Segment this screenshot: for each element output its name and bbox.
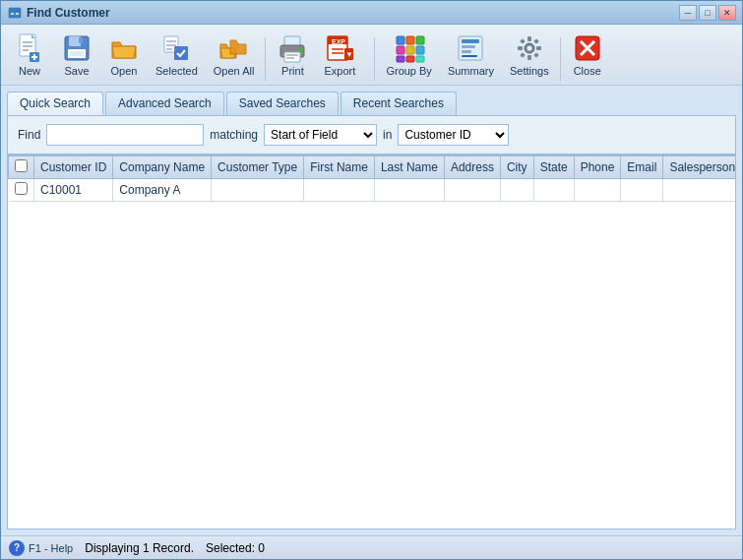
settings-button[interactable]: Settings — [503, 29, 556, 81]
row-phone — [574, 179, 621, 202]
window-icon — [7, 5, 23, 21]
column-header-checkbox[interactable] — [9, 156, 34, 179]
svg-rect-41 — [406, 56, 414, 62]
row-checkbox-0[interactable] — [15, 182, 28, 195]
column-header-email[interactable]: Email — [621, 156, 663, 179]
title-bar: Find Customer ─ □ ✕ — [1, 1, 742, 25]
results-table: Customer ID Company Name Customer Type F… — [8, 156, 736, 202]
open-all-label: Open All — [214, 65, 255, 77]
group-by-label: Group By — [386, 65, 431, 77]
svg-point-24 — [298, 48, 302, 52]
tab-saved-searches[interactable]: Saved Searches — [226, 92, 339, 115]
column-header-address[interactable]: Address — [444, 156, 500, 179]
close-window-button[interactable]: ✕ — [718, 5, 736, 21]
close-icon — [572, 32, 603, 64]
table-row[interactable]: C10001 Company A — [9, 179, 737, 202]
search-input[interactable] — [46, 124, 204, 146]
main-window: Find Customer ─ □ ✕ New — [0, 0, 743, 560]
summary-icon — [455, 32, 486, 64]
save-icon — [61, 32, 93, 64]
row-salesperson — [663, 179, 736, 202]
column-header-company-name[interactable]: Company Name — [113, 156, 212, 179]
close-label: Close — [574, 65, 601, 77]
selected-icon — [160, 32, 192, 64]
summary-button[interactable]: Summary — [441, 29, 501, 81]
maximize-button[interactable]: □ — [699, 5, 716, 21]
title-bar-buttons: ─ □ ✕ — [679, 5, 736, 21]
close-button[interactable]: Close — [565, 29, 610, 81]
in-select[interactable]: Customer ID Company Name First Name Last… — [398, 124, 509, 146]
save-button[interactable]: Save — [54, 29, 99, 81]
svg-rect-23 — [284, 52, 300, 62]
svg-rect-15 — [70, 51, 84, 56]
new-button[interactable]: New — [7, 29, 52, 81]
row-state — [533, 179, 574, 202]
tab-quick-search[interactable]: Quick Search — [7, 92, 103, 115]
matching-label: matching — [210, 128, 258, 142]
selected-label: Selected — [155, 65, 198, 77]
column-header-customer-id[interactable]: Customer ID — [34, 156, 113, 179]
svg-rect-55 — [533, 38, 539, 44]
column-header-first-name[interactable]: First Name — [304, 156, 375, 179]
summary-label: Summary — [448, 65, 494, 77]
column-header-salesperson[interactable]: Salesperson — [663, 156, 736, 179]
column-header-customer-type[interactable]: Customer Type — [212, 156, 304, 179]
group-by-icon — [394, 32, 425, 64]
tab-recent-searches[interactable]: Recent Searches — [341, 92, 457, 115]
print-button[interactable]: Print — [270, 29, 315, 81]
svg-rect-0 — [9, 8, 21, 18]
svg-text:EXP: EXP — [332, 38, 345, 45]
search-row: Find matching Start of Field Any Part of… — [18, 124, 725, 146]
print-icon — [277, 32, 308, 64]
select-all-checkbox[interactable] — [15, 159, 28, 172]
svg-rect-45 — [462, 45, 475, 48]
svg-text:▼: ▼ — [345, 50, 353, 59]
svg-rect-38 — [406, 46, 414, 54]
svg-rect-53 — [536, 46, 541, 50]
group-by-button[interactable]: Group By — [379, 29, 438, 81]
matching-select[interactable]: Start of Field Any Part of Field Exact M… — [264, 124, 377, 146]
toolbar: New Save Open — [1, 25, 742, 86]
svg-rect-35 — [406, 36, 414, 44]
row-city — [500, 179, 533, 202]
in-label: in — [383, 128, 392, 142]
results-table-area: Customer ID Company Name Customer Type F… — [7, 155, 736, 529]
svg-rect-3 — [16, 13, 19, 15]
new-label: New — [19, 65, 40, 77]
table-header-row: Customer ID Company Name Customer Type F… — [9, 156, 737, 179]
row-last-name — [374, 179, 444, 202]
row-checkbox-cell[interactable] — [9, 179, 34, 202]
svg-rect-50 — [527, 36, 531, 41]
export-icon: EXP ▼ — [324, 32, 355, 64]
svg-rect-20 — [174, 46, 188, 60]
svg-rect-34 — [397, 36, 404, 44]
svg-rect-51 — [527, 55, 531, 60]
svg-rect-57 — [533, 52, 539, 58]
selected-button[interactable]: Selected — [149, 29, 205, 81]
minimize-button[interactable]: ─ — [679, 5, 697, 21]
save-label: Save — [64, 65, 89, 77]
column-header-state[interactable]: State — [533, 156, 574, 179]
column-header-city[interactable]: City — [500, 156, 533, 179]
settings-label: Settings — [510, 65, 549, 77]
svg-rect-36 — [416, 36, 424, 44]
svg-rect-39 — [416, 46, 424, 54]
column-header-last-name[interactable]: Last Name — [374, 156, 444, 179]
tab-advanced-search[interactable]: Advanced Search — [105, 92, 224, 115]
open-label: Open — [111, 65, 138, 77]
status-displaying: Displaying 1 Record. — [85, 541, 194, 555]
toolbar-sep-1 — [265, 37, 266, 81]
status-selected: Selected: 0 — [206, 541, 265, 555]
export-button[interactable]: EXP ▼ Export — [317, 29, 370, 81]
help-label: F1 - Help — [29, 542, 73, 554]
svg-rect-42 — [416, 56, 424, 62]
open-icon — [108, 32, 140, 64]
row-company-name: Company A — [113, 179, 212, 202]
open-all-icon — [218, 32, 250, 64]
column-header-phone[interactable]: Phone — [574, 156, 621, 179]
open-all-button[interactable]: Open All — [207, 29, 262, 81]
help-icon: ? — [9, 540, 25, 556]
row-address — [444, 179, 500, 202]
svg-rect-52 — [518, 46, 523, 50]
open-button[interactable]: Open — [101, 29, 147, 81]
